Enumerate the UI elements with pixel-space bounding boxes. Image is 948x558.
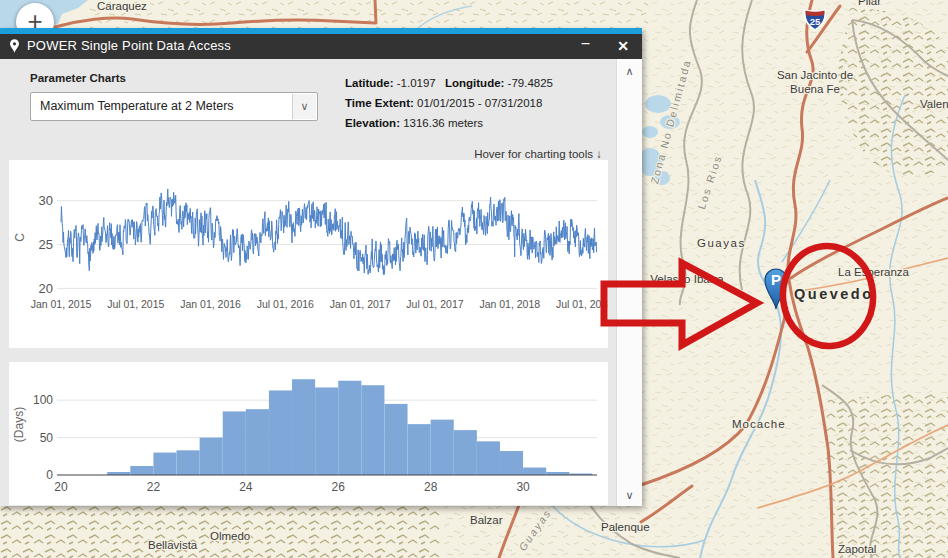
elevation-value: 1316.36 meters <box>403 117 483 129</box>
svg-text:Jan 01, 2018: Jan 01, 2018 <box>479 298 540 310</box>
timeseries-card: 202530CJan 01, 2015Jul 01, 2015Jan 01, 2… <box>9 160 608 348</box>
pin-icon <box>9 39 20 58</box>
svg-text:Jan 01, 2016: Jan 01, 2016 <box>180 298 241 310</box>
svg-text:30: 30 <box>39 193 53 208</box>
parameter-select-value: Maximum Temperature at 2 Meters <box>40 99 234 113</box>
latitude-label: Latitude: <box>345 77 394 89</box>
hover-hint-text: Hover for charting tools ↓ <box>474 148 602 160</box>
svg-text:22: 22 <box>147 480 161 494</box>
point-info: Latitude: -1.0197 Longitude: -79.4825 Ti… <box>345 73 559 133</box>
map-label-san-jacinto: San Jacinto de Buena Fe <box>768 68 862 97</box>
svg-text:Jan 01, 2015: Jan 01, 2015 <box>31 298 92 310</box>
dialog-scrollbar[interactable]: ∧ ∨ <box>616 59 642 506</box>
dialog-content: Parameter Charts Maximum Temperature at … <box>0 59 642 506</box>
shield-number: 25 <box>803 16 827 27</box>
svg-text:28: 28 <box>424 480 438 494</box>
dialog-titlebar[interactable]: POWER Single Point Data Access − ✕ <box>0 34 642 59</box>
map-label-mocache: Mocache <box>732 418 786 430</box>
parameter-select[interactable]: Maximum Temperature at 2 Meters ∨ <box>30 92 318 121</box>
map-label-velasco-ibarra: Velasco Ibarra <box>650 272 724 286</box>
map-label-palenque: Palenque <box>601 521 650 533</box>
scroll-down-icon[interactable]: ∨ <box>617 489 642 502</box>
svg-text:24: 24 <box>239 480 253 494</box>
time-extent-value: 01/01/2015 - 07/31/2018 <box>417 97 542 109</box>
map-view[interactable]: Caraquez Pilar San Jacinto de Buena Fe V… <box>0 0 948 558</box>
svg-text:Jul 01, 2017: Jul 01, 2017 <box>406 298 463 310</box>
map-label-bellavista: Bellavista <box>148 539 197 551</box>
histogram-chart[interactable]: 050100(Days)202224262830 <box>9 362 608 505</box>
scroll-up-icon[interactable]: ∧ <box>617 65 642 78</box>
map-label-zapotal: Zapotal <box>838 543 876 555</box>
map-label-balzar: Balzar <box>470 514 503 526</box>
close-button[interactable]: ✕ <box>617 36 629 56</box>
svg-text:Jan 01, 2017: Jan 01, 2017 <box>330 298 391 310</box>
time-extent-label: Time Extent: <box>345 97 414 109</box>
map-label-la-esperanza: La Esperanza <box>838 266 909 278</box>
location-pin-marker[interactable]: P <box>762 266 790 314</box>
svg-text:C: C <box>13 233 27 242</box>
svg-text:Jul 01, 2016: Jul 01, 2016 <box>257 298 314 310</box>
minimize-button[interactable]: − <box>581 34 590 54</box>
dialog-title: POWER Single Point Data Access <box>27 38 231 53</box>
map-label-caraquez: Caraquez <box>97 0 147 12</box>
svg-text:0: 0 <box>46 468 53 482</box>
map-label-quevedo: Quevedo <box>794 286 874 302</box>
pin-letter: P <box>771 271 781 288</box>
map-label-valencia: Valencia <box>920 98 948 110</box>
svg-text:20: 20 <box>39 281 53 296</box>
latitude-value: -1.0197 <box>397 77 436 89</box>
power-dialog: POWER Single Point Data Access − ✕ Param… <box>0 28 642 506</box>
svg-text:20: 20 <box>54 480 68 494</box>
svg-text:Jul 01, 2018: Jul 01, 2018 <box>556 298 608 310</box>
svg-text:100: 100 <box>33 393 53 407</box>
interstate-25-shield: 25 <box>803 7 827 32</box>
timeseries-chart[interactable]: 202530CJan 01, 2015Jul 01, 2015Jan 01, 2… <box>9 160 608 348</box>
svg-text:30: 30 <box>516 480 530 494</box>
parameter-charts-label: Parameter Charts <box>30 72 126 84</box>
svg-text:50: 50 <box>40 431 54 445</box>
svg-text:Jul 01, 2015: Jul 01, 2015 <box>107 298 164 310</box>
svg-text:25: 25 <box>39 237 53 252</box>
longitude-label: Longitude: <box>445 77 504 89</box>
chevron-down-icon[interactable]: ∨ <box>292 94 316 119</box>
map-label-guayas-region: Guayas <box>697 237 746 249</box>
elevation-label: Elevation: <box>345 117 400 129</box>
histogram-card: 050100(Days)202224262830 <box>9 362 608 505</box>
map-label-olmedo: Olmedo <box>210 530 250 542</box>
longitude-value: -79.4825 <box>508 77 553 89</box>
map-label-pilar: Pilar <box>858 0 881 7</box>
svg-text:(Days): (Days) <box>12 407 26 442</box>
svg-text:26: 26 <box>332 480 346 494</box>
